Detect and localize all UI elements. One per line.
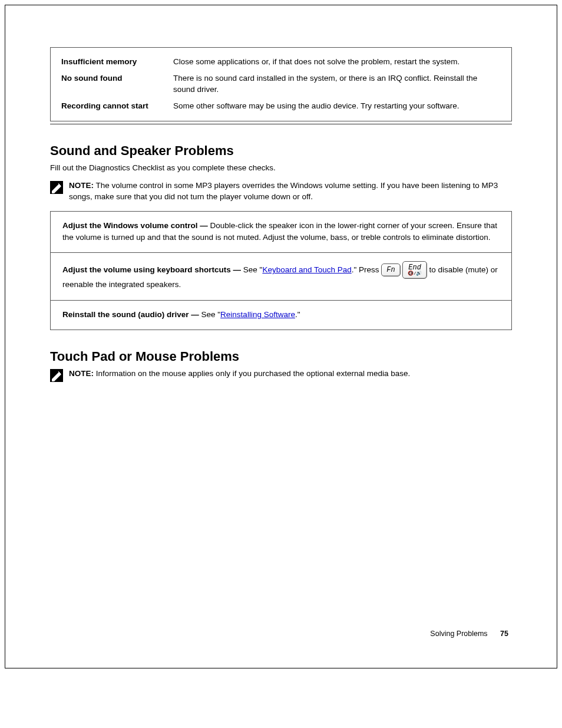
error-label: Recording cannot start bbox=[61, 100, 167, 112]
note: NOTE: The volume control in some MP3 pla… bbox=[50, 180, 512, 203]
keyboard-touchpad-link[interactable]: Keyboard and Touch Pad bbox=[262, 265, 351, 274]
section-heading: Touch Pad or Mouse Problems bbox=[50, 349, 512, 364]
divider bbox=[50, 124, 512, 124]
error-message-box: Insufficient memory Close some applicati… bbox=[50, 47, 512, 121]
note-body: Information on the mouse applies only if… bbox=[94, 369, 410, 378]
page-number: 75 bbox=[500, 630, 508, 638]
check-title: Adjust the Windows volume control — bbox=[62, 221, 208, 230]
check-text: See " bbox=[199, 310, 220, 319]
error-row: Recording cannot start Some other softwa… bbox=[61, 100, 501, 112]
check-text: ." bbox=[295, 310, 300, 319]
note-body: The volume control in some MP3 players o… bbox=[69, 181, 498, 202]
error-row: No sound found There is no sound card in… bbox=[61, 73, 501, 95]
error-label: Insufficient memory bbox=[61, 56, 167, 68]
fn-key-icon: Fn bbox=[381, 263, 400, 276]
check-row: Reinstall the sound (audio) driver — See… bbox=[51, 300, 511, 330]
check-row: Adjust the Windows volume control — Doub… bbox=[51, 212, 511, 252]
error-row: Insufficient memory Close some applicati… bbox=[61, 56, 501, 68]
reinstalling-software-link[interactable]: Reinstalling Software bbox=[220, 310, 295, 319]
section-intro: Fill out the Diagnostics Checklist as yo… bbox=[50, 162, 512, 174]
error-text: Some other software may be using the aud… bbox=[173, 100, 459, 112]
checks-table: Adjust the Windows volume control — Doub… bbox=[50, 211, 512, 330]
note-label: NOTE: bbox=[69, 369, 94, 378]
check-title: Reinstall the sound (audio) driver — bbox=[62, 310, 199, 319]
note-text: NOTE: The volume control in some MP3 pla… bbox=[69, 180, 512, 203]
check-row: Adjust the volume using keyboard shortcu… bbox=[51, 252, 511, 300]
end-key-icon: End🔇/🔊 bbox=[402, 261, 427, 279]
page-footer: Solving Problems 75 bbox=[50, 630, 512, 638]
note: NOTE: Information on the mouse applies o… bbox=[50, 368, 512, 382]
check-text: ." Press bbox=[352, 265, 382, 274]
error-text: Close some applications or, if that does… bbox=[173, 56, 459, 68]
note-label: NOTE: bbox=[69, 181, 94, 190]
check-text: See " bbox=[241, 265, 262, 274]
section-heading: Sound and Speaker Problems bbox=[50, 143, 512, 159]
note-icon bbox=[50, 181, 63, 194]
error-text: There is no sound card installed in the … bbox=[173, 73, 501, 95]
check-title: Adjust the volume using keyboard shortcu… bbox=[62, 265, 241, 274]
note-text: NOTE: Information on the mouse applies o… bbox=[69, 368, 410, 380]
note-icon bbox=[50, 369, 63, 382]
footer-section: Solving Problems bbox=[430, 630, 487, 638]
error-label: No sound found bbox=[61, 73, 167, 95]
